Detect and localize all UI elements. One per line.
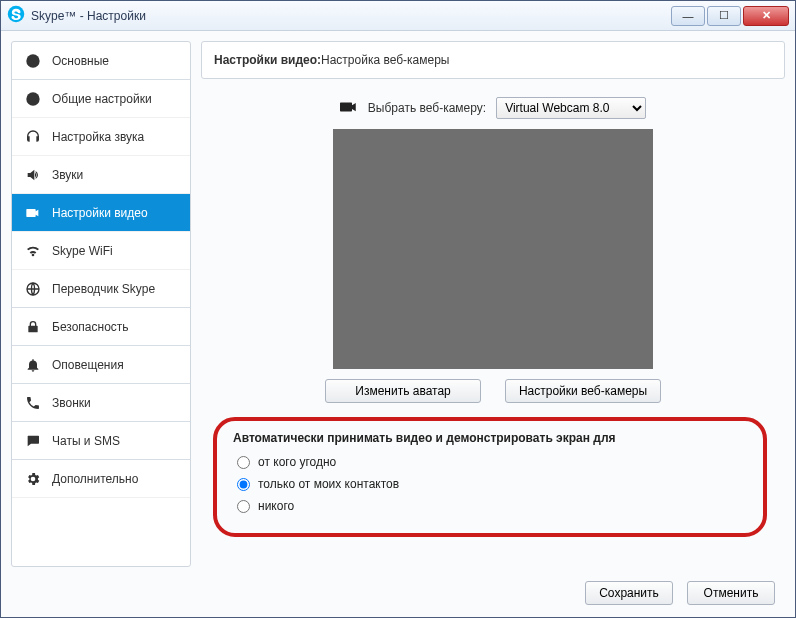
heading-bold: Настройки видео: (214, 53, 321, 67)
sidebar-item-label: Общие настройки (52, 92, 152, 106)
content-body: Выбрать веб-камеру: Virtual Webcam 8.0 И… (201, 79, 785, 545)
radio-anyone[interactable]: от кого угодно (237, 455, 747, 469)
radio-contacts-label: только от моих контактов (258, 477, 399, 491)
globe-icon (24, 280, 42, 298)
client-area: Основные Общие настройки Настройка звука… (1, 31, 795, 617)
camera-select-label: Выбрать веб-камеру: (368, 101, 486, 115)
auto-accept-heading: Автоматически принимать видео и демонстр… (233, 431, 747, 445)
radio-none[interactable]: никого (237, 499, 747, 513)
camera-select[interactable]: Virtual Webcam 8.0 (496, 97, 646, 119)
heading-rest: Настройка веб-камеры (321, 53, 449, 67)
radio-anyone-label: от кого угодно (258, 455, 336, 469)
sidebar-item-chats[interactable]: Чаты и SMS (12, 422, 190, 460)
minimize-button[interactable]: — (671, 6, 705, 26)
window-title: Skype™ - Настройки (31, 9, 146, 23)
sidebar-item-sounds[interactable]: Звуки (12, 156, 190, 194)
sidebar-item-label: Чаты и SMS (52, 434, 120, 448)
camera-select-row: Выбрать веб-камеру: Virtual Webcam 8.0 (209, 97, 777, 119)
sidebar-item-wifi[interactable]: Skype WiFi (12, 232, 190, 270)
camera-icon (340, 100, 358, 117)
content-heading: Настройки видео: Настройка веб-камеры (201, 41, 785, 79)
speaker-icon (24, 166, 42, 184)
svg-point-1 (26, 54, 39, 67)
sidebar-item-calls[interactable]: Звонки (12, 384, 190, 422)
sidebar-item-label: Дополнительно (52, 472, 138, 486)
sidebar-item-advanced[interactable]: Дополнительно (12, 460, 190, 498)
sidebar-item-translator[interactable]: Переводчик Skype (12, 270, 190, 308)
camera-preview (333, 129, 653, 369)
sidebar-item-label: Настройка звука (52, 130, 144, 144)
webcam-settings-button[interactable]: Настройки веб-камеры (505, 379, 661, 403)
gear-icon (24, 470, 42, 488)
lock-icon (24, 318, 42, 336)
change-avatar-button[interactable]: Изменить аватар (325, 379, 481, 403)
sidebar-item-label: Звонки (52, 396, 91, 410)
titlebar[interactable]: Skype™ - Настройки — ☐ ✕ (1, 1, 795, 31)
footer-buttons: Сохранить Отменить (585, 581, 775, 605)
window-controls: — ☐ ✕ (669, 6, 789, 26)
save-button[interactable]: Сохранить (585, 581, 673, 605)
sidebar-item-security[interactable]: Безопасность (12, 308, 190, 346)
radio-contacts-input[interactable] (237, 478, 250, 491)
sidebar-item-label: Звуки (52, 168, 83, 182)
content-panel: Настройки видео: Настройка веб-камеры Вы… (201, 41, 785, 567)
cancel-button[interactable]: Отменить (687, 581, 775, 605)
sidebar-item-notifications[interactable]: Оповещения (12, 346, 190, 384)
sidebar-item-audio[interactable]: Настройка звука (12, 118, 190, 156)
sidebar-item-video[interactable]: Настройки видео (12, 194, 190, 232)
preview-buttons: Изменить аватар Настройки веб-камеры (209, 379, 777, 403)
skype-icon (24, 52, 42, 70)
radio-none-input[interactable] (237, 500, 250, 513)
skype-icon (24, 90, 42, 108)
maximize-button[interactable]: ☐ (707, 6, 741, 26)
sidebar-item-label: Настройки видео (52, 206, 148, 220)
chat-icon (24, 432, 42, 450)
settings-window: Skype™ - Настройки — ☐ ✕ Основные Общие … (0, 0, 796, 618)
bell-icon (24, 356, 42, 374)
auto-accept-group: Автоматически принимать видео и демонстр… (213, 417, 767, 537)
sidebar-item-general[interactable]: Общие настройки (12, 80, 190, 118)
close-button[interactable]: ✕ (743, 6, 789, 26)
sidebar-item-main[interactable]: Основные (12, 42, 190, 80)
radio-none-label: никого (258, 499, 294, 513)
svg-point-2 (26, 92, 39, 105)
camera-icon (24, 204, 42, 222)
radio-anyone-input[interactable] (237, 456, 250, 469)
phone-icon (24, 394, 42, 412)
app-icon (7, 5, 25, 27)
sidebar-item-label: Переводчик Skype (52, 282, 155, 296)
sidebar-item-label: Оповещения (52, 358, 124, 372)
sidebar-item-label: Основные (52, 54, 109, 68)
sidebar: Основные Общие настройки Настройка звука… (11, 41, 191, 567)
headphones-icon (24, 128, 42, 146)
radio-contacts[interactable]: только от моих контактов (237, 477, 747, 491)
sidebar-item-label: Skype WiFi (52, 244, 113, 258)
sidebar-item-label: Безопасность (52, 320, 129, 334)
wifi-icon (24, 242, 42, 260)
